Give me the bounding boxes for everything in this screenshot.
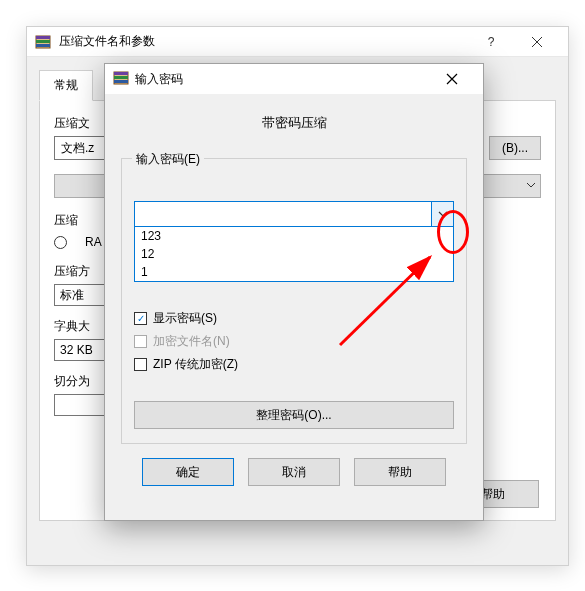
- svg-rect-2: [36, 40, 50, 43]
- checkbox-group: ✓ 显示密码(S) 加密文件名(N) ZIP 传统加密(Z): [134, 310, 454, 373]
- show-password-checkbox[interactable]: ✓: [134, 312, 147, 325]
- modal-cancel-button[interactable]: 取消: [248, 458, 340, 486]
- svg-rect-7: [114, 80, 128, 83]
- password-field[interactable]: [135, 202, 431, 226]
- organize-passwords-button[interactable]: 整理密码(O)...: [134, 401, 454, 429]
- svg-rect-6: [114, 76, 128, 79]
- svg-rect-3: [36, 44, 50, 47]
- tab-general[interactable]: 常规: [39, 70, 93, 101]
- chevron-down-icon: [438, 209, 448, 219]
- browse-button[interactable]: (B)...: [489, 136, 541, 160]
- svg-rect-5: [114, 72, 128, 75]
- password-combo[interactable]: [134, 201, 454, 227]
- rar-app-icon: [35, 34, 51, 50]
- radio-rar-label: RA: [85, 235, 102, 249]
- password-group: 输入密码(E) 123 12 1 ✓ 显示密码(S) 加密文件名(: [121, 158, 467, 444]
- show-password-label: 显示密码(S): [153, 310, 217, 327]
- encrypt-names-label: 加密文件名(N): [153, 333, 230, 350]
- close-icon: [531, 36, 543, 48]
- parent-window-title: 压缩文件名和参数: [59, 33, 155, 50]
- archive-name-value: 文档.z: [61, 140, 94, 157]
- password-dropdown-button[interactable]: [431, 202, 453, 226]
- radio-rar[interactable]: [54, 236, 67, 249]
- modal-ok-button[interactable]: 确定: [142, 458, 234, 486]
- chevron-down-icon: [526, 179, 536, 193]
- modal-close-button[interactable]: [429, 64, 475, 94]
- modal-header-text: 带密码压缩: [121, 114, 467, 132]
- password-option[interactable]: 12: [135, 245, 453, 263]
- parent-titlebar: 压缩文件名和参数 ?: [27, 27, 568, 57]
- encrypt-names-checkbox: [134, 335, 147, 348]
- modal-title: 输入密码: [135, 71, 183, 88]
- modal-help-button[interactable]: 帮助: [354, 458, 446, 486]
- modal-body: 带密码压缩 输入密码(E) 123 12 1 ✓ 显示密码(S): [105, 94, 483, 500]
- password-modal: 输入密码 带密码压缩 输入密码(E) 123 12 1 ✓ 显示密: [104, 63, 484, 521]
- zip-legacy-checkbox[interactable]: [134, 358, 147, 371]
- close-button[interactable]: [514, 27, 560, 57]
- modal-button-row: 确定 取消 帮助: [121, 458, 467, 486]
- password-dropdown-list: 123 12 1: [134, 227, 454, 282]
- zip-legacy-label: ZIP 传统加密(Z): [153, 356, 238, 373]
- password-group-legend: 输入密码(E): [132, 151, 204, 168]
- modal-titlebar: 输入密码: [105, 64, 483, 94]
- password-option[interactable]: 1: [135, 263, 453, 281]
- password-option[interactable]: 123: [135, 227, 453, 245]
- svg-rect-1: [36, 36, 50, 39]
- close-icon: [446, 73, 458, 85]
- help-button[interactable]: ?: [468, 27, 514, 57]
- rar-app-icon: [113, 70, 129, 89]
